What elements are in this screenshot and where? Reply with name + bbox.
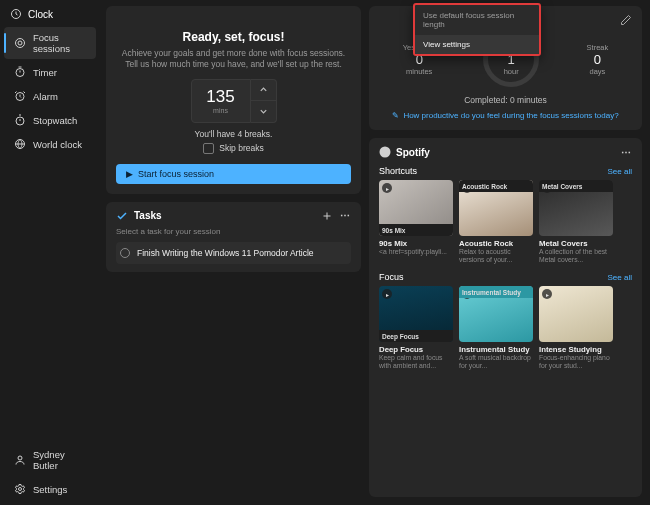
play-icon: ▶ — [126, 169, 133, 179]
play-icon: ▸ — [382, 183, 392, 193]
minutes-decrease-button[interactable] — [251, 101, 277, 123]
breaks-text: You'll have 4 breaks. — [116, 129, 351, 139]
start-focus-session-button[interactable]: ▶ Start focus session — [116, 164, 351, 184]
focus-heading: Focus — [379, 272, 404, 282]
user-avatar-icon — [14, 454, 26, 466]
app-title: Clock — [0, 4, 100, 26]
svg-point-7 — [18, 456, 22, 460]
stopwatch-icon — [14, 114, 26, 126]
task-row[interactable]: Finish Writing the Windows 11 Pomodor Ar… — [116, 242, 351, 264]
focus-heading: Ready, set, focus! — [116, 30, 351, 44]
gear-icon — [14, 483, 26, 495]
main-area: Ready, set, focus! Achieve your goals an… — [100, 0, 650, 505]
tasks-title: Tasks — [134, 210, 162, 221]
shortcuts-row: ▸90s Mix 90s Mix <a href=spotify:playli.… — [379, 180, 632, 264]
sidebar-item-label: Timer — [33, 67, 57, 78]
sidebar-item-label: Settings — [33, 484, 67, 495]
dropdown-item-view-settings[interactable]: View settings — [415, 35, 539, 54]
sidebar-item-settings[interactable]: Settings — [4, 478, 96, 500]
shortcuts-see-all[interactable]: See all — [608, 167, 632, 176]
tasks-card: Tasks ⋯ Select a task for your session F… — [106, 202, 361, 272]
sidebar-item-timer[interactable]: Timer — [4, 61, 96, 83]
tasks-subtext: Select a task for your session — [116, 227, 351, 236]
world-clock-icon — [14, 138, 26, 150]
focus-subtext: Achieve your goals and get more done wit… — [116, 48, 351, 71]
svg-point-2 — [18, 41, 22, 45]
playlist-tile[interactable]: ▸Instrumental Study Instrumental Study A… — [459, 286, 533, 370]
completed-text: Completed: 0 minutes — [379, 95, 632, 105]
minutes-increase-button[interactable] — [251, 79, 277, 101]
sidebar-item-alarm[interactable]: Alarm — [4, 85, 96, 107]
sidebar-item-label: Alarm — [33, 91, 58, 102]
feedback-icon: ✎ — [392, 111, 399, 120]
sidebar-item-label: World clock — [33, 139, 82, 150]
clock-app-icon — [10, 8, 22, 20]
play-icon: ▸ — [542, 289, 552, 299]
focus-setup-card: Ready, set, focus! Achieve your goals an… — [106, 6, 361, 194]
skip-breaks-label: Skip breaks — [219, 143, 263, 153]
add-task-button[interactable] — [321, 210, 333, 222]
edit-goal-button[interactable] — [620, 14, 632, 26]
playlist-tile[interactable]: ▸Acoustic Rock Acoustic Rock Relax to ac… — [459, 180, 533, 264]
svg-point-1 — [16, 39, 25, 48]
sidebar-item-stopwatch[interactable]: Stopwatch — [4, 109, 96, 131]
sidebar-user-label: Sydney Butler — [33, 449, 86, 471]
playlist-tile[interactable]: ▸Deep Focus Deep Focus Keep calm and foc… — [379, 286, 453, 370]
sidebar: Clock Focus sessions Timer Alarm Stopwat… — [0, 0, 100, 505]
spotify-card: Spotify ⋯ Shortcuts See all ▸90s Mix 90s… — [369, 138, 642, 497]
svg-point-8 — [19, 488, 22, 491]
sidebar-item-label: Focus sessions — [33, 32, 86, 54]
dropdown-item-default-length[interactable]: Use default focus session length — [415, 7, 539, 33]
tasks-icon — [116, 210, 128, 222]
stat-streak: Streak 0 days — [587, 43, 609, 76]
minutes-display[interactable]: 135 mins — [191, 79, 251, 123]
app-title-text: Clock — [28, 9, 53, 20]
focus-row: ▸Deep Focus Deep Focus Keep calm and foc… — [379, 286, 632, 370]
playlist-tile[interactable]: ▸ Intense Studying Focus-enhancing piano… — [539, 286, 613, 370]
focus-sessions-icon — [14, 37, 26, 49]
spotify-title: Spotify — [396, 147, 430, 158]
sidebar-item-focus-sessions[interactable]: Focus sessions — [4, 27, 96, 59]
task-radio[interactable] — [120, 248, 130, 258]
spotify-icon — [379, 146, 391, 158]
play-icon: ▸ — [382, 289, 392, 299]
timer-icon — [14, 66, 26, 78]
tasks-more-button[interactable]: ⋯ — [339, 210, 351, 222]
minutes-value: 135 — [206, 87, 234, 107]
shortcuts-heading: Shortcuts — [379, 166, 417, 176]
playlist-tile[interactable]: ▸90s Mix 90s Mix <a href=spotify:playli.… — [379, 180, 453, 264]
task-label: Finish Writing the Windows 11 Pomodor Ar… — [137, 248, 314, 258]
skip-breaks-row[interactable]: Skip breaks — [116, 143, 351, 154]
alarm-icon — [14, 90, 26, 102]
start-button-label: Start focus session — [138, 169, 214, 179]
svg-point-15 — [380, 147, 391, 158]
feedback-link[interactable]: ✎ How productive do you feel during the … — [379, 111, 632, 120]
minutes-label: mins — [213, 107, 228, 114]
skip-breaks-checkbox[interactable] — [203, 143, 214, 154]
sidebar-item-world-clock[interactable]: World clock — [4, 133, 96, 155]
spotify-more-button[interactable]: ⋯ — [620, 146, 632, 158]
sidebar-item-label: Stopwatch — [33, 115, 77, 126]
focus-see-all[interactable]: See all — [608, 273, 632, 282]
sidebar-user[interactable]: Sydney Butler — [4, 444, 96, 476]
context-dropdown: Use default focus session length View se… — [413, 3, 541, 56]
playlist-tile[interactable]: ▸Metal Covers Metal Covers A collection … — [539, 180, 613, 264]
